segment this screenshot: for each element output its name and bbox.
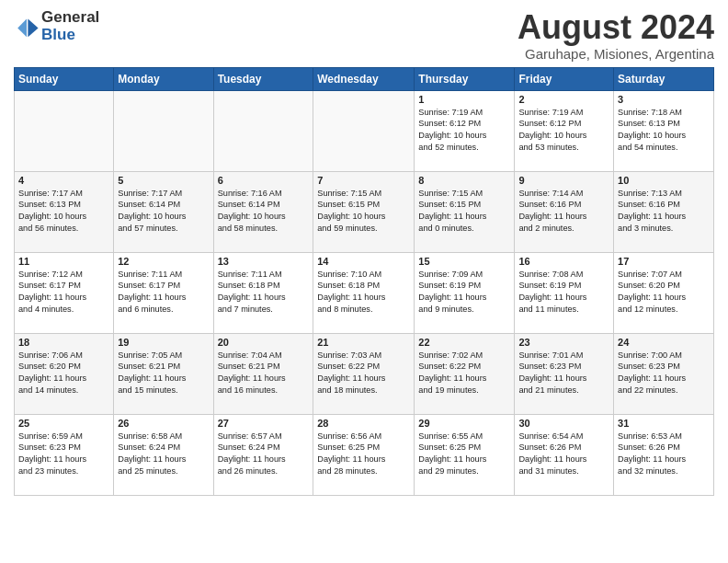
day-info: Sunrise: 7:07 AM Sunset: 6:20 PM Dayligh… (618, 269, 710, 316)
calendar-cell: 17Sunrise: 7:07 AM Sunset: 6:20 PM Dayli… (614, 252, 714, 333)
calendar-week-row: 1Sunrise: 7:19 AM Sunset: 6:12 PM Daylig… (15, 90, 714, 171)
logo-text: General Blue (41, 9, 99, 43)
calendar-header-row: SundayMondayTuesdayWednesdayThursdayFrid… (15, 67, 714, 90)
calendar-cell (114, 90, 213, 171)
day-info: Sunrise: 7:15 AM Sunset: 6:15 PM Dayligh… (418, 188, 510, 236)
day-number: 23 (518, 337, 609, 348)
main-title: August 2024 (518, 9, 714, 46)
day-info: Sunrise: 7:00 AM Sunset: 6:23 PM Dayligh… (618, 350, 710, 397)
logo-blue: Blue (41, 27, 99, 44)
day-number: 13 (218, 256, 310, 267)
day-number: 6 (218, 175, 310, 186)
logo-general: General (41, 9, 99, 27)
calendar-cell (213, 90, 313, 171)
day-info: Sunrise: 7:09 AM Sunset: 6:19 PM Dayligh… (418, 269, 510, 316)
day-number: 22 (418, 337, 510, 348)
day-number: 16 (518, 256, 609, 267)
day-header-friday: Friday (515, 67, 614, 90)
calendar-cell: 25Sunrise: 6:59 AM Sunset: 6:23 PM Dayli… (15, 414, 114, 495)
calendar-cell: 24Sunrise: 7:00 AM Sunset: 6:23 PM Dayli… (614, 333, 714, 414)
svg-marker-1 (17, 18, 27, 37)
day-header-tuesday: Tuesday (213, 67, 313, 90)
day-header-saturday: Saturday (614, 67, 714, 90)
day-number: 24 (618, 337, 710, 348)
day-number: 2 (518, 94, 609, 105)
day-number: 15 (418, 256, 510, 267)
calendar-cell: 31Sunrise: 6:53 AM Sunset: 6:26 PM Dayli… (614, 414, 714, 495)
day-info: Sunrise: 7:12 AM Sunset: 6:17 PM Dayligh… (18, 269, 109, 316)
day-info: Sunrise: 7:10 AM Sunset: 6:18 PM Dayligh… (317, 269, 410, 316)
day-number: 25 (18, 418, 109, 429)
day-number: 29 (418, 418, 510, 429)
logo-area: General Blue (14, 9, 99, 43)
day-number: 9 (518, 175, 609, 186)
calendar-cell: 29Sunrise: 6:55 AM Sunset: 6:25 PM Dayli… (415, 414, 515, 495)
day-info: Sunrise: 7:17 AM Sunset: 6:14 PM Dayligh… (118, 188, 209, 236)
calendar-cell: 4Sunrise: 7:17 AM Sunset: 6:13 PM Daylig… (15, 171, 114, 252)
day-info: Sunrise: 7:05 AM Sunset: 6:21 PM Dayligh… (118, 350, 209, 397)
calendar-table: SundayMondayTuesdayWednesdayThursdayFrid… (14, 67, 714, 496)
day-number: 8 (418, 175, 510, 186)
day-number: 31 (618, 418, 710, 429)
calendar-cell: 15Sunrise: 7:09 AM Sunset: 6:19 PM Dayli… (415, 252, 515, 333)
day-number: 18 (18, 337, 109, 348)
page: General Blue August 2024 Garuhape, Misio… (0, 0, 728, 563)
calendar-cell: 9Sunrise: 7:14 AM Sunset: 6:16 PM Daylig… (515, 171, 614, 252)
calendar-week-row: 4Sunrise: 7:17 AM Sunset: 6:13 PM Daylig… (15, 171, 714, 252)
calendar-cell: 27Sunrise: 6:57 AM Sunset: 6:24 PM Dayli… (213, 414, 313, 495)
day-info: Sunrise: 7:06 AM Sunset: 6:20 PM Dayligh… (18, 350, 109, 397)
day-header-thursday: Thursday (415, 67, 515, 90)
day-number: 19 (118, 337, 209, 348)
svg-marker-0 (28, 18, 38, 37)
day-info: Sunrise: 6:54 AM Sunset: 6:26 PM Dayligh… (518, 431, 609, 478)
calendar-cell: 20Sunrise: 7:04 AM Sunset: 6:21 PM Dayli… (213, 333, 313, 414)
logo-icon (14, 14, 40, 40)
day-number: 17 (618, 256, 710, 267)
calendar-cell: 10Sunrise: 7:13 AM Sunset: 6:16 PM Dayli… (614, 171, 714, 252)
calendar-cell: 13Sunrise: 7:11 AM Sunset: 6:18 PM Dayli… (213, 252, 313, 333)
calendar-week-row: 18Sunrise: 7:06 AM Sunset: 6:20 PM Dayli… (15, 333, 714, 414)
calendar-cell: 14Sunrise: 7:10 AM Sunset: 6:18 PM Dayli… (313, 252, 415, 333)
day-info: Sunrise: 7:02 AM Sunset: 6:22 PM Dayligh… (418, 350, 510, 397)
day-info: Sunrise: 7:04 AM Sunset: 6:21 PM Dayligh… (218, 350, 310, 397)
calendar-cell: 8Sunrise: 7:15 AM Sunset: 6:15 PM Daylig… (415, 171, 515, 252)
day-header-sunday: Sunday (15, 67, 114, 90)
day-info: Sunrise: 7:18 AM Sunset: 6:13 PM Dayligh… (618, 107, 710, 155)
day-info: Sunrise: 7:15 AM Sunset: 6:15 PM Dayligh… (317, 188, 410, 236)
day-number: 1 (418, 94, 510, 105)
calendar-cell: 7Sunrise: 7:15 AM Sunset: 6:15 PM Daylig… (313, 171, 415, 252)
day-number: 4 (18, 175, 109, 186)
day-info: Sunrise: 7:13 AM Sunset: 6:16 PM Dayligh… (618, 188, 710, 236)
day-number: 26 (118, 418, 209, 429)
calendar-cell: 21Sunrise: 7:03 AM Sunset: 6:22 PM Dayli… (313, 333, 415, 414)
day-number: 12 (118, 256, 209, 267)
calendar-cell: 22Sunrise: 7:02 AM Sunset: 6:22 PM Dayli… (415, 333, 515, 414)
day-number: 5 (118, 175, 209, 186)
day-info: Sunrise: 7:01 AM Sunset: 6:23 PM Dayligh… (518, 350, 609, 397)
day-number: 11 (18, 256, 109, 267)
calendar-cell: 18Sunrise: 7:06 AM Sunset: 6:20 PM Dayli… (15, 333, 114, 414)
calendar-cell: 16Sunrise: 7:08 AM Sunset: 6:19 PM Dayli… (515, 252, 614, 333)
day-number: 14 (317, 256, 410, 267)
day-number: 21 (317, 337, 410, 348)
calendar-cell: 23Sunrise: 7:01 AM Sunset: 6:23 PM Dayli… (515, 333, 614, 414)
calendar-cell (313, 90, 415, 171)
header: General Blue August 2024 Garuhape, Misio… (14, 9, 714, 62)
day-info: Sunrise: 6:59 AM Sunset: 6:23 PM Dayligh… (18, 431, 109, 478)
title-area: August 2024 Garuhape, Misiones, Argentin… (518, 9, 714, 62)
calendar-cell: 2Sunrise: 7:19 AM Sunset: 6:12 PM Daylig… (515, 90, 614, 171)
calendar-cell: 6Sunrise: 7:16 AM Sunset: 6:14 PM Daylig… (213, 171, 313, 252)
day-header-monday: Monday (114, 67, 213, 90)
calendar-cell: 3Sunrise: 7:18 AM Sunset: 6:13 PM Daylig… (614, 90, 714, 171)
day-number: 20 (218, 337, 310, 348)
calendar-cell: 12Sunrise: 7:11 AM Sunset: 6:17 PM Dayli… (114, 252, 213, 333)
day-info: Sunrise: 6:53 AM Sunset: 6:26 PM Dayligh… (618, 431, 710, 478)
calendar-cell: 1Sunrise: 7:19 AM Sunset: 6:12 PM Daylig… (415, 90, 515, 171)
calendar-cell: 19Sunrise: 7:05 AM Sunset: 6:21 PM Dayli… (114, 333, 213, 414)
day-number: 10 (618, 175, 710, 186)
day-info: Sunrise: 7:19 AM Sunset: 6:12 PM Dayligh… (418, 107, 510, 155)
calendar-week-row: 11Sunrise: 7:12 AM Sunset: 6:17 PM Dayli… (15, 252, 714, 333)
day-info: Sunrise: 6:56 AM Sunset: 6:25 PM Dayligh… (317, 431, 410, 478)
day-info: Sunrise: 6:55 AM Sunset: 6:25 PM Dayligh… (418, 431, 510, 478)
day-info: Sunrise: 7:17 AM Sunset: 6:13 PM Dayligh… (18, 188, 109, 236)
